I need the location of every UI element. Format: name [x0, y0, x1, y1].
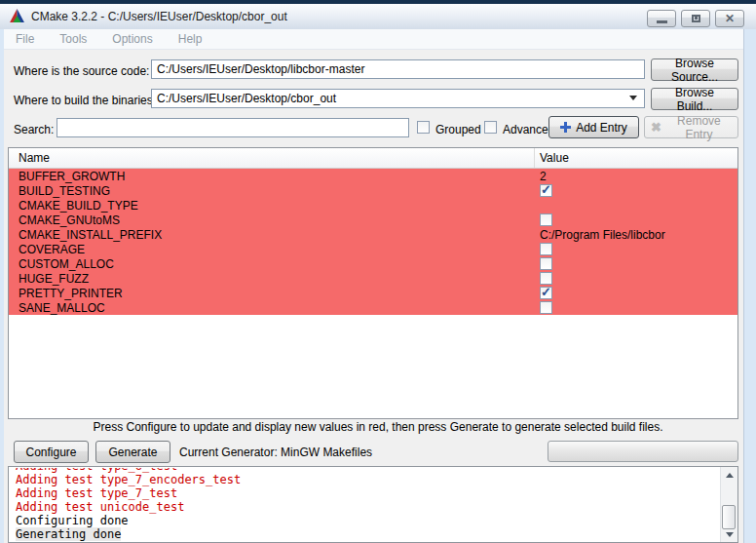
- browse-source-button[interactable]: Browse Source...: [651, 58, 738, 81]
- output-log[interactable]: Adding test type_6_testAdding test type_…: [8, 466, 738, 543]
- arrow-up-icon: [726, 473, 734, 478]
- cache-row-sane_malloc[interactable]: SANE_MALLOC: [9, 300, 737, 315]
- value-checkbox[interactable]: [540, 287, 552, 299]
- cache-row-value[interactable]: [535, 213, 737, 226]
- progress-bar: [548, 441, 738, 462]
- grouped-checkbox[interactable]: [417, 121, 430, 134]
- log-line: Adding test type_7_encoders_test: [16, 473, 721, 486]
- cache-row-value[interactable]: C:/Program Files/libcbor: [535, 228, 737, 242]
- window-right-border: [743, 29, 756, 543]
- search-label: Search:: [14, 123, 54, 136]
- cache-row-pretty_printer[interactable]: PRETTY_PRINTER: [9, 286, 737, 300]
- cache-row-build_testing[interactable]: BUILD_TESTING: [9, 183, 737, 198]
- value-checkbox[interactable]: [540, 243, 552, 255]
- cache-row-name: PRETTY_PRINTER: [9, 287, 535, 300]
- grouped-label: Grouped: [435, 123, 481, 136]
- close-button[interactable]: ✕: [715, 10, 744, 27]
- minimize-button[interactable]: [647, 10, 676, 27]
- add-entry-label: Add Entry: [576, 121, 627, 135]
- remove-entry-button[interactable]: ✖ Remove Entry: [644, 116, 738, 138]
- cache-row-cmake_install_prefix[interactable]: CMAKE_INSTALL_PREFIXC:/Program Files/lib…: [9, 227, 737, 242]
- log-lines: Adding test type_6_testAdding test type_…: [9, 468, 721, 543]
- configure-button[interactable]: Configure: [14, 441, 89, 463]
- cache-row-value[interactable]: [535, 243, 737, 255]
- close-icon: ✕: [725, 13, 735, 24]
- source-code-input[interactable]: [151, 59, 645, 79]
- cache-row-name: CMAKE_GNUtoMS: [9, 213, 535, 227]
- log-scrollbar[interactable]: [720, 467, 737, 542]
- add-entry-button[interactable]: Add Entry: [548, 116, 639, 138]
- source-code-label: Where is the source code:: [14, 64, 149, 78]
- cache-row-name: CMAKE_INSTALL_PREFIX: [9, 228, 535, 242]
- cache-row-name: BUFFER_GROWTH: [9, 170, 535, 183]
- browse-build-button[interactable]: Browse Build...: [651, 88, 738, 110]
- cache-row-value[interactable]: [535, 257, 737, 270]
- cmake-window: CMake 3.2.2 - C:/Users/IEUser/Desktop/cb…: [0, 0, 756, 543]
- arrow-down-icon: [726, 532, 734, 537]
- plus-icon: [560, 122, 571, 133]
- chevron-down-icon[interactable]: [629, 96, 637, 100]
- cache-row-name: BUILD_TESTING: [9, 184, 535, 198]
- cache-row-coverage[interactable]: COVERAGE: [9, 242, 737, 256]
- cache-row-name: HUGE_FUZZ: [9, 272, 535, 286]
- table-header[interactable]: Name Value: [9, 148, 737, 169]
- log-line: Generating done: [16, 527, 721, 541]
- caption-buttons: ✕: [647, 10, 744, 27]
- value-checkbox[interactable]: [540, 272, 552, 285]
- menu-item-help[interactable]: Help: [178, 32, 203, 46]
- log-line: Adding test type_7_test: [16, 486, 721, 500]
- menu-item-options[interactable]: Options: [112, 32, 152, 46]
- cache-row-value[interactable]: 2: [535, 170, 737, 183]
- configure-hint-text: Press Configure to update and display ne…: [0, 420, 756, 434]
- value-checkbox[interactable]: [540, 213, 552, 226]
- minimize-icon: [657, 20, 667, 23]
- cache-row-value[interactable]: [535, 287, 737, 299]
- scroll-up-button[interactable]: [721, 467, 737, 483]
- title-bar[interactable]: CMake 3.2.2 - C:/Users/IEUser/Desktop/cb…: [0, 4, 756, 30]
- cache-row-value[interactable]: [535, 301, 737, 314]
- x-icon: ✖: [651, 120, 662, 135]
- menu-item-tools[interactable]: Tools: [59, 32, 87, 46]
- value-checkbox[interactable]: [540, 257, 552, 270]
- window-title: CMake 3.2.2 - C:/Users/IEUser/Desktop/cb…: [31, 10, 287, 23]
- log-line: Adding test unicode_test: [16, 500, 721, 514]
- advanced-checkbox[interactable]: [484, 121, 497, 134]
- cache-row-value[interactable]: [535, 184, 737, 197]
- scroll-down-button[interactable]: [721, 526, 737, 542]
- generate-button[interactable]: Generate: [95, 441, 170, 463]
- cache-variables-table[interactable]: Name Value BUFFER_GROWTH2BUILD_TESTINGCM…: [8, 147, 738, 419]
- cache-row-custom_alloc[interactable]: CUSTOM_ALLOC: [9, 256, 737, 271]
- cache-row-cmake_build_type[interactable]: CMAKE_BUILD_TYPE: [9, 198, 737, 213]
- cache-row-value[interactable]: [535, 272, 737, 285]
- cache-row-name: COVERAGE: [9, 243, 535, 256]
- cache-row-name: CMAKE_BUILD_TYPE: [9, 199, 535, 213]
- cache-row-name: SANE_MALLOC: [9, 301, 535, 315]
- value-checkbox[interactable]: [540, 184, 552, 197]
- menu-item-file[interactable]: File: [16, 32, 34, 46]
- log-line: Configuring done: [16, 514, 721, 527]
- maximize-icon: [692, 15, 700, 22]
- cache-row-huge_fuzz[interactable]: HUGE_FUZZ: [9, 271, 737, 286]
- build-path-input[interactable]: [151, 89, 645, 108]
- cmake-logo-icon: [9, 8, 25, 24]
- cache-row-buffer_growth[interactable]: BUFFER_GROWTH2: [9, 169, 737, 183]
- table-rows: BUFFER_GROWTH2BUILD_TESTINGCMAKE_BUILD_T…: [9, 169, 737, 315]
- value-checkbox[interactable]: [540, 301, 552, 314]
- column-header-value[interactable]: Value: [535, 148, 737, 168]
- current-generator-label: Current Generator: MinGW Makefiles: [179, 446, 372, 459]
- remove-entry-label: Remove Entry: [666, 114, 732, 141]
- cache-row-name: CUSTOM_ALLOC: [9, 257, 535, 271]
- build-path-combobox[interactable]: [151, 89, 645, 108]
- advanced-label: Advanced: [503, 123, 554, 136]
- maximize-button[interactable]: [681, 10, 710, 27]
- column-header-name[interactable]: Name: [9, 148, 535, 168]
- cache-row-cmake_gnutoms[interactable]: CMAKE_GNUtoMS: [9, 213, 737, 227]
- build-binaries-label: Where to build the binaries:: [14, 94, 156, 107]
- search-input[interactable]: [57, 118, 409, 137]
- menu-bar: FileToolsOptionsHelp: [4, 29, 743, 50]
